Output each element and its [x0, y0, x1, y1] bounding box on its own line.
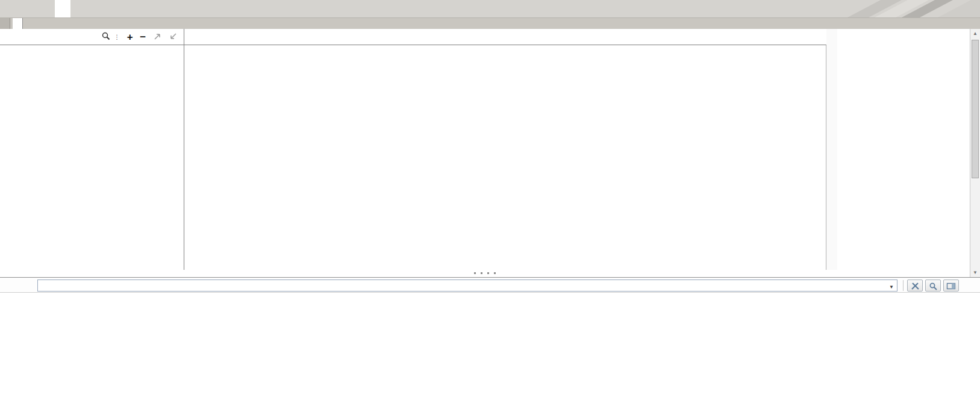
timeline-scroll-strip [826, 29, 837, 270]
search-button[interactable] [925, 279, 941, 292]
app-logo [823, 0, 980, 17]
panel-splitter[interactable] [0, 270, 970, 277]
toolbar-separator [903, 280, 904, 291]
main-tab-bar [0, 0, 980, 17]
subtab-memory-hierarchy-diagram[interactable] [0, 18, 10, 29]
vertical-scrollbar[interactable]: ▲ ▼ [970, 29, 980, 277]
grid-panel [0, 293, 980, 409]
result-tab-bar [0, 17, 980, 29]
tab-analysis-configuration[interactable] [0, 0, 16, 17]
tab-collection-log[interactable] [18, 0, 34, 17]
thread-group-label [0, 45, 9, 119]
timeline-ruler[interactable] [184, 29, 827, 45]
grouping-bar: ▼ [0, 277, 980, 293]
timeline-row-labels [0, 29, 184, 270]
scroll-down-icon[interactable]: ▼ [970, 270, 980, 275]
tab-graphics[interactable] [55, 0, 70, 17]
scrollbar-thumb[interactable] [972, 40, 979, 178]
dropdown-arrow-icon: ▼ [889, 282, 894, 293]
customize-grouping-button[interactable] [907, 279, 923, 292]
show-hide-pane-button[interactable] [943, 279, 959, 292]
subtab-platform[interactable] [13, 18, 23, 29]
scroll-up-icon[interactable]: ▲ [970, 31, 980, 36]
timeline-panel: ⋮ + − ▲ ▼ [0, 29, 980, 277]
grouping-dropdown[interactable]: ▼ [37, 279, 897, 292]
timeline-plot-area[interactable] [184, 29, 826, 270]
tab-summary[interactable] [37, 0, 52, 17]
timeline-legend [837, 29, 970, 276]
